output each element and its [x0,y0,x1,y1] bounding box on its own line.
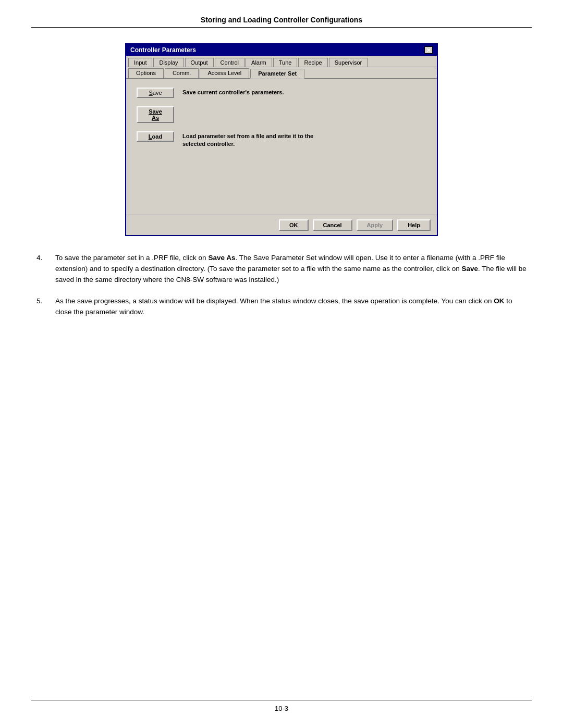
dialog-content: Save Save current controller's parameter… [126,79,437,215]
tab-control[interactable]: Control [215,58,244,67]
tabs-row2: Options Comm. Access Level Parameter Set [126,67,437,79]
tab-alarm[interactable]: Alarm [246,58,272,67]
load-description: Load parameter set from a file and write… [182,131,313,149]
tab-access-level[interactable]: Access Level [200,68,249,78]
page-footer: 10-3 [31,700,532,712]
dialog-bottom-bar: OK Cancel Apply Help [126,215,437,235]
tab-parameter-set[interactable]: Parameter Set [250,69,304,79]
body-item-4: 4. To save the parameter set in a .PRF f… [36,253,527,286]
tabs-row1: Input Display Output Control Alarm Tune … [126,56,437,67]
page-title: Storing and Loading Controller Configura… [201,16,362,24]
tab-output[interactable]: Output [185,58,214,67]
dialog-close-button[interactable]: ✕ [424,46,433,54]
saveas-button[interactable]: Save As [137,106,174,123]
item-number-5: 5. [36,296,49,318]
body-item-5: 5. As the save progresses, a status wind… [36,296,527,318]
item-text-5: As the save progresses, a status window … [55,296,527,318]
item-number-4: 4. [36,253,49,286]
body-text-section: 4. To save the parameter set in a .PRF f… [31,253,532,318]
tab-display[interactable]: Display [153,58,183,67]
apply-button[interactable]: Apply [357,219,394,231]
page-container: Storing and Loading Controller Configura… [0,0,563,728]
load-button[interactable]: Load [137,131,174,142]
tab-supervisor[interactable]: Supervisor [329,58,368,67]
save-button[interactable]: Save [137,88,174,98]
tab-options[interactable]: Options [128,68,164,78]
controller-parameters-dialog: Controller Parameters ✕ Input Display Ou… [125,43,438,236]
saveas-row: Save As [137,106,426,125]
dialog-title: Controller Parameters [130,46,196,54]
cancel-button[interactable]: Cancel [313,219,352,231]
dialog-titlebar: Controller Parameters ✕ [126,44,437,56]
save-row: Save Save current controller's parameter… [137,88,426,100]
page-number: 10-3 [275,705,288,712]
help-button[interactable]: Help [397,219,431,231]
tab-recipe[interactable]: Recipe [298,58,327,67]
tab-input[interactable]: Input [128,58,152,67]
load-row: Load Load parameter set from a file and … [137,131,426,149]
item-text-4: To save the parameter set in a .PRF file… [55,253,527,286]
page-title-bar: Storing and Loading Controller Configura… [31,16,532,28]
tab-tune[interactable]: Tune [273,58,298,67]
dialog-wrapper: Controller Parameters ✕ Input Display Ou… [31,43,532,236]
save-description: Save current controller's parameters. [182,88,284,96]
ok-button[interactable]: OK [279,219,309,231]
tab-comm[interactable]: Comm. [165,68,199,78]
